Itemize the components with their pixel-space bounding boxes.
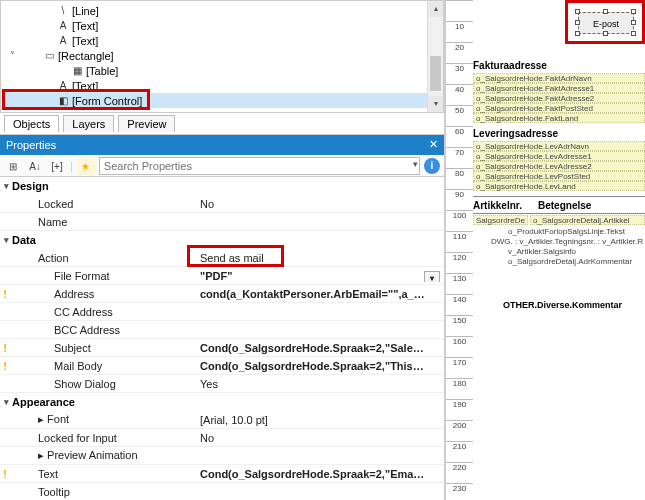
text-icon: A <box>56 20 70 31</box>
prop-preview-animation[interactable]: ▸ Preview Animation <box>0 447 444 465</box>
search-input[interactable] <box>99 157 420 175</box>
levering-field[interactable]: o_SalgsordreHode.LevAdresse1 <box>474 152 644 161</box>
line-icon: \ <box>56 5 70 16</box>
category-appearance[interactable]: ▾Appearance <box>0 393 444 411</box>
design-canvas[interactable]: E-post Fakturaadresse o_SalgsordreHode.F… <box>473 0 645 500</box>
properties-panel-header: Properties ✕ <box>0 135 444 155</box>
vertical-ruler: 10 20 30 40 50 60 70 80 90 100 110 120 1… <box>445 0 473 500</box>
prop-cc-address[interactable]: CC Address <box>0 303 444 321</box>
chevron-down-icon[interactable]: ▾ <box>424 271 440 282</box>
table-icon: ▦ <box>70 65 84 76</box>
prop-locked-for-input[interactable]: Locked for InputNo <box>0 429 444 447</box>
form-control-icon: ◧ <box>56 95 70 106</box>
prop-locked[interactable]: LockedNo <box>0 195 444 213</box>
categorize-icon[interactable]: ⊞ <box>4 157 22 175</box>
tree-item[interactable]: A[Text] <box>3 78 441 93</box>
faktura-title: Fakturaadresse <box>473 60 547 71</box>
prop-font[interactable]: ▸ Font[Arial, 10.0 pt] <box>0 411 444 429</box>
table-cell[interactable]: SalgsordreDe <box>474 216 527 225</box>
faktura-field[interactable]: o_SalgsordreHode.FaktLand <box>474 114 644 123</box>
tree-item[interactable]: ˅▭[Rectangle] <box>3 48 441 63</box>
prop-text[interactable]: !TextCond(o_SalgsordreHode.Spraak=2,"Ema… <box>0 465 444 483</box>
levering-title: Leveringsadresse <box>473 128 558 139</box>
levering-field[interactable]: o_SalgsordreHode.LevLand <box>474 182 644 191</box>
sub-field[interactable]: o_SalgsordreDetalj.AdrKommentar <box>508 257 632 266</box>
levering-field[interactable]: o_SalgsordreHode.LevPostSted <box>474 172 644 181</box>
prop-tooltip[interactable]: Tooltip <box>0 483 444 500</box>
panel-title: Properties <box>6 139 56 151</box>
levering-field[interactable]: o_SalgsordreHode.LevAdresse2 <box>474 162 644 171</box>
category-design[interactable]: ▾Design <box>0 177 444 195</box>
text-icon: A <box>56 80 70 91</box>
category-data[interactable]: ▾Data <box>0 231 444 249</box>
scroll-up-icon[interactable]: ▴ <box>428 1 443 17</box>
prop-file-format[interactable]: File Format"PDF"▾ <box>0 267 444 285</box>
prop-show-dialog[interactable]: Show DialogYes <box>0 375 444 393</box>
prop-subject[interactable]: !SubjectCond(o_SalgsordreHode.Spraak=2,"… <box>0 339 444 357</box>
object-tree[interactable]: \[Line] A[Text] A[Text] ˅▭[Rectangle] ▦[… <box>0 0 444 113</box>
close-icon[interactable]: ✕ <box>426 138 440 152</box>
tree-item[interactable]: A[Text] <box>3 33 441 48</box>
tree-item[interactable]: ▦[Table] <box>3 63 441 78</box>
faktura-field[interactable]: o_SalgsordreHode.FaktAdresse1 <box>474 84 644 93</box>
prop-mail-body[interactable]: !Mail BodyCond(o_SalgsordreHode.Spraak=2… <box>0 357 444 375</box>
prop-name[interactable]: Name <box>0 213 444 231</box>
tab-objects[interactable]: Objects <box>4 115 59 132</box>
tree-item[interactable]: \[Line] <box>3 3 441 18</box>
table-cell[interactable]: o_SalgsordreDetalj.Artikkel <box>531 216 644 225</box>
levering-field[interactable]: o_SalgsordreHode.LevAdrNavn <box>474 142 644 151</box>
faktura-field[interactable]: o_SalgsordreHode.FaktAdresse2 <box>474 94 644 103</box>
favorites-icon[interactable]: ★ <box>77 157 95 175</box>
panel-tabs: Objects Layers Preview <box>0 113 444 135</box>
other-kommentar[interactable]: OTHER.Diverse.Kommentar <box>503 300 622 310</box>
sub-field[interactable]: o_ProduktForlopSalgsLinje.Tekst <box>508 227 625 236</box>
sort-icon[interactable]: A↓ <box>26 157 44 175</box>
property-grid: ▾Design LockedNo Name ▾Data ActionSend a… <box>0 177 444 500</box>
tab-preview[interactable]: Preview <box>118 115 175 132</box>
column-betegnelse: Betegnelse <box>538 200 591 211</box>
info-icon[interactable]: i <box>424 158 440 174</box>
expand-icon[interactable]: [+] <box>48 157 66 175</box>
scroll-down-icon[interactable]: ▾ <box>428 96 443 112</box>
prop-bcc-address[interactable]: BCC Address <box>0 321 444 339</box>
properties-toolbar: ⊞ A↓ [+] | ★ ▾ i <box>0 155 444 177</box>
column-artikkelnr: Artikkelnr. <box>473 200 522 211</box>
rectangle-icon: ▭ <box>42 50 56 61</box>
prop-action[interactable]: ActionSend as mail <box>0 249 444 267</box>
chevron-down-icon[interactable]: ▾ <box>413 159 418 169</box>
tree-item-form-control[interactable]: ◧[Form Control] <box>3 93 441 108</box>
faktura-field[interactable]: o_SalgsordreHode.FaktAdrNavn <box>474 74 644 83</box>
tree-scrollbar[interactable]: ▴ ▾ <box>427 1 443 112</box>
tab-layers[interactable]: Layers <box>63 115 114 132</box>
sub-field[interactable]: DWG. : v_Artikler.Tegningsnr. : v_Artikl… <box>491 237 643 246</box>
tree-item[interactable]: A[Text] <box>3 18 441 33</box>
faktura-field[interactable]: o_SalgsordreHode.FaktPostSted <box>474 104 644 113</box>
prop-address[interactable]: !Addresscond(a_KontaktPersoner.ArbEmail=… <box>0 285 444 303</box>
text-icon: A <box>56 35 70 46</box>
sub-field[interactable]: v_Artikler.Salgsinfo <box>508 247 576 256</box>
